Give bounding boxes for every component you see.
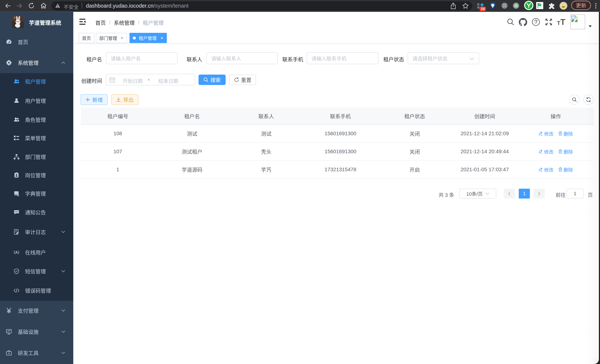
svg-text:⌘: ⌘ [503,4,506,8]
